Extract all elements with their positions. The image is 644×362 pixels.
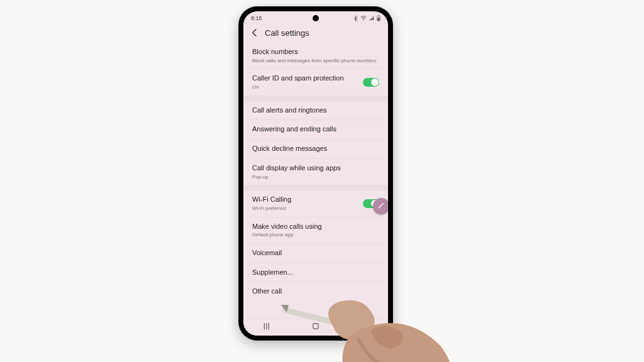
item-sub: On xyxy=(252,84,358,90)
nav-back-button[interactable] xyxy=(360,322,369,333)
item-wifi-calling[interactable]: Wi-Fi Calling Wi-Fi preferred xyxy=(243,190,388,217)
item-sub: Pop-up xyxy=(252,174,379,180)
item-label: Call alerts and ringtones xyxy=(252,106,379,115)
wifi-icon xyxy=(360,16,367,21)
bluetooth-icon xyxy=(353,16,358,21)
item-answering-ending[interactable]: Answering and ending calls xyxy=(243,120,388,140)
group-divider xyxy=(243,185,388,190)
nav-recent-button[interactable] xyxy=(263,322,272,333)
android-nav-bar xyxy=(243,319,388,336)
item-label: Voicemail xyxy=(252,249,379,258)
item-sub: Default phone app xyxy=(252,232,379,238)
item-label: Call display while using apps xyxy=(252,164,379,173)
item-voicemail[interactable]: Voicemail xyxy=(243,244,388,263)
nav-home-button[interactable] xyxy=(311,322,320,333)
status-time: 8:15 xyxy=(251,15,262,21)
item-other-call[interactable]: Other call xyxy=(243,282,388,301)
item-label: Quick decline messages xyxy=(252,145,379,153)
item-call-display[interactable]: Call display while using apps Pop-up xyxy=(243,159,388,185)
settings-list: Block numbers Block calls and messages f… xyxy=(243,43,388,301)
edit-fab[interactable] xyxy=(373,198,388,214)
phone-device-frame: 8:15 Call settings xyxy=(238,6,393,341)
settings-scroll-region[interactable]: Block numbers Block calls and messages f… xyxy=(243,43,388,336)
item-block-numbers[interactable]: Block numbers Block calls and messages f… xyxy=(243,43,388,69)
item-video-calls[interactable]: Make video calls using Default phone app xyxy=(243,217,388,244)
item-label: Make video calls using xyxy=(252,222,379,231)
status-icons xyxy=(353,15,380,21)
signal-icon xyxy=(369,16,374,21)
header: Call settings xyxy=(243,23,388,44)
svg-rect-4 xyxy=(313,324,318,329)
phone-screen: 8:15 Call settings xyxy=(243,11,388,336)
svg-point-0 xyxy=(363,19,364,20)
item-label: Other call xyxy=(252,287,379,296)
camera-punch-hole xyxy=(313,15,319,21)
svg-rect-2 xyxy=(378,15,379,16)
item-label: Caller ID and spam protection xyxy=(252,74,358,83)
item-label: Answering and ending calls xyxy=(252,125,379,134)
caller-id-toggle[interactable] xyxy=(363,78,379,87)
item-label: Supplemen... xyxy=(252,268,379,277)
page-title: Call settings xyxy=(265,28,309,38)
item-supplementary[interactable]: Supplemen... xyxy=(243,263,388,283)
pencil-icon xyxy=(377,200,385,212)
item-quick-decline[interactable]: Quick decline messages xyxy=(243,140,388,159)
item-call-alerts[interactable]: Call alerts and ringtones xyxy=(243,101,388,121)
battery-icon xyxy=(377,15,380,21)
group-divider xyxy=(243,96,388,101)
svg-rect-3 xyxy=(378,18,380,20)
item-sub: Wi-Fi preferred xyxy=(252,206,358,212)
back-button[interactable] xyxy=(250,28,260,38)
item-label: Block numbers xyxy=(252,48,379,57)
item-sub: Block calls and messages from specific p… xyxy=(252,58,379,64)
item-label: Wi-Fi Calling xyxy=(252,195,358,204)
item-caller-id-spam[interactable]: Caller ID and spam protection On xyxy=(243,69,388,96)
